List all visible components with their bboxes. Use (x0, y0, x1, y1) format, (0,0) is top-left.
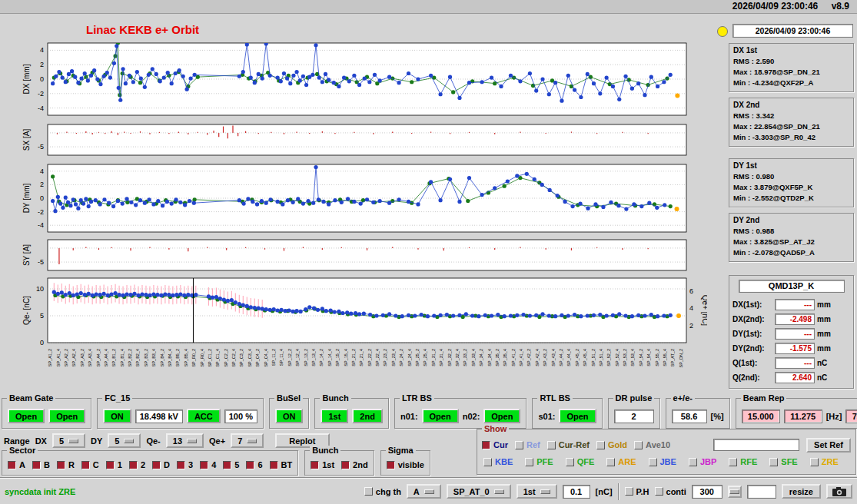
bpm-row-unit: nC (817, 359, 827, 367)
beam-gate-open-button-1[interactable]: Open (8, 409, 45, 423)
chg-th-checkbox[interactable]: chg th (364, 487, 401, 496)
bunch-number-select[interactable]: 1st (517, 484, 557, 499)
busel-on-button[interactable]: ON (275, 409, 304, 423)
checkbox-visible[interactable]: visible (387, 460, 424, 469)
checkbox-box (32, 461, 41, 469)
option-dash-icon (494, 489, 504, 494)
checkbox-rfe[interactable]: RFE (729, 457, 757, 466)
svg-text:SP_54_4: SP_54_4 (646, 349, 651, 366)
epe-ratio-field[interactable]: 58.6 (672, 410, 707, 423)
range-qem-select[interactable]: 13 (166, 433, 204, 448)
svg-text:SP_15_4: SP_15_4 (344, 349, 348, 366)
bunch-2nd-button[interactable]: 2nd (352, 409, 383, 423)
checkbox-label: JBE (660, 457, 676, 466)
sector-label: Sector (7, 446, 38, 455)
beam-gate-open-button-2[interactable]: Open (48, 409, 85, 423)
checkbox-gold[interactable]: Gold (596, 440, 627, 449)
checkbox-3[interactable]: 3 (177, 460, 193, 469)
conti-checkbox[interactable]: conti (655, 487, 686, 496)
svg-text:4: 4 (40, 46, 44, 54)
svg-text:SP_24_4: SP_24_4 (407, 349, 412, 366)
checkbox-are[interactable]: ARE (606, 457, 636, 466)
svg-text:SP_53_4: SP_53_4 (630, 349, 635, 366)
fc15-group: FC_15 ON 18.498 kV ACC 100 % (97, 398, 264, 429)
bpm-name-select[interactable]: SP_AT_0 (447, 484, 511, 499)
ltr-n01-open-button[interactable]: Open (422, 409, 459, 423)
checkbox-box (200, 461, 208, 469)
svg-text:SP_R0_4: SP_R0_4 (200, 349, 204, 367)
beam-rep-hz-unit: [Hz] (826, 412, 842, 421)
bpm-row-unit: mm (817, 300, 831, 309)
checkbox-box (769, 458, 778, 466)
bpm-readout-row: DY(1st):---mm (732, 327, 850, 341)
checkbox-label: 6 (257, 460, 262, 469)
checkbox-a[interactable]: A (8, 460, 25, 469)
svg-text:SP_54_2: SP_54_2 (639, 349, 643, 366)
interval-select[interactable] (728, 486, 742, 498)
dr-pulse-field[interactable]: 2 (614, 410, 654, 423)
checkbox-2[interactable]: 2 (129, 460, 145, 469)
checkbox-b[interactable]: B (32, 460, 50, 469)
fc15-on-button[interactable]: ON (103, 409, 131, 423)
checkbox-label: 1 (118, 460, 122, 469)
checkbox-bt[interactable]: BT (270, 460, 293, 469)
stat-line: Max : 18.978@SP_DN_21 (733, 67, 849, 78)
checkbox-qfe[interactable]: QFE (566, 457, 595, 466)
threshold-field[interactable]: 0.1 (563, 485, 590, 499)
stat-line: Max : 22.854@SP_DN_21 (733, 121, 849, 132)
checkbox-ref[interactable]: Ref (515, 440, 540, 449)
ref-name-input[interactable] (713, 439, 799, 451)
ltr-n02-open-button[interactable]: Open (483, 409, 520, 423)
checkbox-cur-ref[interactable]: Cur-Ref (547, 440, 590, 449)
checkbox-label: C (93, 460, 99, 469)
checkbox-kbe[interactable]: KBE (483, 457, 513, 466)
bunch-1st-button[interactable]: 1st (321, 409, 348, 423)
dr-pulse-label: DR pulse (613, 393, 655, 403)
separator (618, 483, 619, 500)
svg-text:SP_A3_4: SP_A3_4 (88, 349, 92, 366)
checkbox-5[interactable]: 5 (223, 460, 239, 469)
checkbox-2nd[interactable]: 2nd (341, 460, 368, 469)
range-qep-select[interactable]: 7 (231, 433, 264, 448)
option-dash-icon (424, 489, 434, 494)
checkbox-pfe[interactable]: PFE (525, 457, 553, 466)
checkbox-r[interactable]: R (57, 460, 75, 469)
bpm-row-label: Q(1st): (732, 359, 772, 367)
fc15-kv-field[interactable]: 18.498 kV (135, 410, 183, 423)
checkbox-sfe[interactable]: SFE (769, 457, 797, 466)
bpm-name-field[interactable]: QMD13P_K (739, 280, 845, 293)
checkbox-cur[interactable]: Cur (482, 440, 508, 449)
checkbox-d[interactable]: D (152, 460, 170, 469)
svg-text:SP_C4_4: SP_C4_4 (264, 349, 268, 367)
svg-text:SP_25_4: SP_25_4 (423, 349, 427, 366)
checkbox-ave10[interactable]: Ave10 (634, 440, 670, 449)
snapshot-button[interactable] (826, 484, 852, 499)
fc15-label: FC_15 (102, 393, 132, 403)
svg-text:SP_11_2: SP_11_2 (271, 349, 276, 366)
mode-select[interactable]: A (407, 484, 441, 499)
checkbox-box (606, 458, 615, 466)
fc15-percent-field[interactable]: 100 % (224, 410, 257, 423)
svg-text:0: 0 (40, 75, 44, 83)
checkbox-jbp[interactable]: JBP (689, 457, 716, 466)
fc15-acc-button[interactable]: ACC (187, 409, 221, 423)
svg-text:SX [A]: SX [A] (22, 129, 31, 151)
checkbox-c[interactable]: C (81, 460, 99, 469)
bpm-row-unit: nC (817, 373, 827, 382)
ph-checkbox[interactable]: P.H (625, 487, 649, 496)
checkbox-1[interactable]: 1 (106, 460, 122, 469)
checkbox-zre[interactable]: ZRE (810, 457, 839, 466)
checkbox-1st[interactable]: 1st (311, 460, 334, 469)
checkbox-box (106, 461, 115, 469)
checkbox-jbe[interactable]: JBE (649, 457, 676, 466)
range-dy-select[interactable]: 5 (108, 433, 141, 448)
set-ref-button[interactable]: Set Ref (806, 438, 851, 453)
resize-button[interactable]: resize (782, 484, 821, 499)
rtl-s01-open-button[interactable]: Open (559, 409, 596, 423)
aux-field[interactable] (747, 485, 776, 499)
checkbox-box (129, 461, 138, 469)
range-dx-select[interactable]: 5 (52, 433, 85, 448)
checkbox-6[interactable]: 6 (246, 460, 262, 469)
checkbox-4[interactable]: 4 (200, 460, 216, 469)
interval-field[interactable]: 300 (692, 485, 722, 499)
